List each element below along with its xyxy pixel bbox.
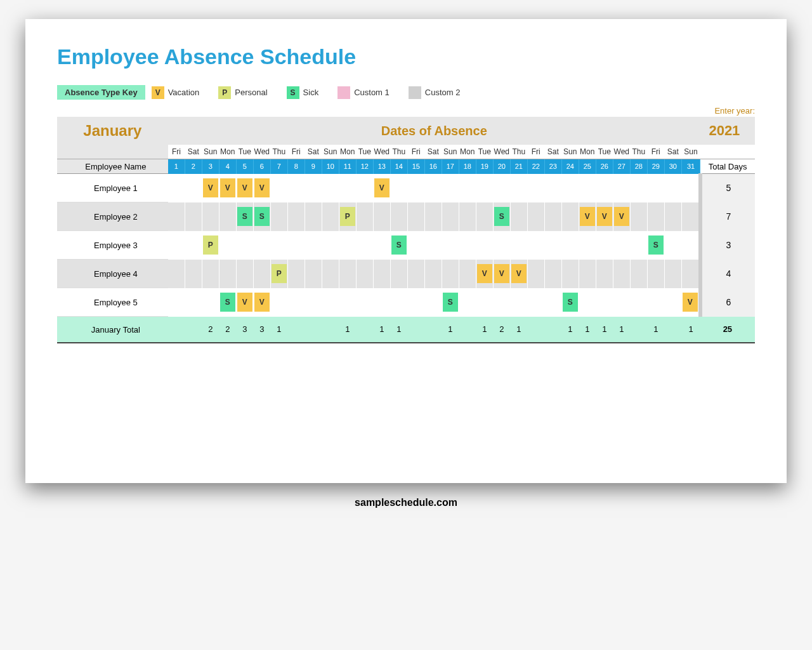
day-cell[interactable]	[579, 288, 596, 317]
day-cell[interactable]	[373, 231, 390, 260]
day-cell[interactable]	[424, 174, 442, 202]
absence-cell[interactable]: P	[339, 202, 356, 231]
day-cell[interactable]	[579, 174, 596, 202]
day-cell[interactable]	[373, 288, 390, 317]
day-cell[interactable]	[493, 174, 510, 202]
day-cell[interactable]	[476, 202, 493, 231]
day-cell[interactable]	[442, 231, 459, 260]
day-cell[interactable]	[287, 202, 304, 231]
day-cell[interactable]	[407, 174, 424, 202]
year-value[interactable]: 2021	[700, 117, 755, 145]
day-cell[interactable]	[356, 288, 373, 317]
day-cell[interactable]	[476, 288, 493, 317]
day-cell[interactable]	[185, 231, 202, 260]
day-cell[interactable]	[561, 174, 579, 202]
day-cell[interactable]	[339, 174, 356, 202]
day-cell[interactable]	[630, 174, 647, 202]
day-cell[interactable]	[527, 174, 544, 202]
day-cell[interactable]	[356, 231, 373, 260]
day-cell[interactable]	[287, 288, 304, 317]
day-cell[interactable]	[510, 202, 527, 231]
day-cell[interactable]	[664, 202, 681, 231]
day-cell[interactable]	[544, 174, 561, 202]
day-cell[interactable]	[304, 202, 322, 231]
day-cell[interactable]	[407, 202, 424, 231]
day-cell[interactable]	[287, 260, 304, 288]
day-cell[interactable]	[219, 202, 236, 231]
absence-cell[interactable]: V	[476, 260, 493, 288]
day-cell[interactable]	[270, 288, 287, 317]
day-cell[interactable]	[647, 260, 664, 288]
day-cell[interactable]	[322, 231, 339, 260]
day-cell[interactable]	[304, 288, 322, 317]
day-cell[interactable]	[681, 174, 700, 202]
absence-cell[interactable]: S	[390, 231, 407, 260]
day-cell[interactable]	[390, 174, 407, 202]
absence-cell[interactable]: S	[647, 231, 664, 260]
day-cell[interactable]	[459, 202, 476, 231]
day-cell[interactable]	[596, 288, 613, 317]
day-cell[interactable]	[596, 174, 613, 202]
day-cell[interactable]	[424, 288, 442, 317]
day-cell[interactable]	[681, 202, 700, 231]
day-cell[interactable]	[681, 231, 700, 260]
day-cell[interactable]	[442, 202, 459, 231]
day-cell[interactable]	[390, 202, 407, 231]
day-cell[interactable]	[253, 260, 270, 288]
day-cell[interactable]	[544, 260, 561, 288]
day-cell[interactable]	[442, 174, 459, 202]
day-cell[interactable]	[424, 231, 442, 260]
day-cell[interactable]	[596, 260, 613, 288]
day-cell[interactable]	[356, 260, 373, 288]
absence-cell[interactable]: P	[202, 231, 219, 260]
day-cell[interactable]	[202, 202, 219, 231]
day-cell[interactable]	[185, 260, 202, 288]
day-cell[interactable]	[424, 260, 442, 288]
absence-cell[interactable]: V	[253, 288, 270, 317]
day-cell[interactable]	[613, 231, 630, 260]
absence-cell[interactable]: S	[442, 288, 459, 317]
day-cell[interactable]	[322, 260, 339, 288]
day-cell[interactable]	[219, 260, 236, 288]
day-cell[interactable]	[647, 288, 664, 317]
day-cell[interactable]	[304, 260, 322, 288]
day-cell[interactable]	[202, 260, 219, 288]
day-cell[interactable]	[647, 202, 664, 231]
absence-cell[interactable]: V	[373, 174, 390, 202]
day-cell[interactable]	[390, 288, 407, 317]
absence-cell[interactable]: V	[681, 288, 700, 317]
day-cell[interactable]	[322, 202, 339, 231]
day-cell[interactable]	[664, 231, 681, 260]
day-cell[interactable]	[304, 174, 322, 202]
day-cell[interactable]	[647, 174, 664, 202]
day-cell[interactable]	[459, 288, 476, 317]
day-cell[interactable]	[493, 288, 510, 317]
day-cell[interactable]	[561, 231, 579, 260]
absence-cell[interactable]: V	[202, 174, 219, 202]
absence-cell[interactable]: S	[493, 202, 510, 231]
absence-cell[interactable]: P	[270, 260, 287, 288]
day-cell[interactable]	[459, 260, 476, 288]
day-cell[interactable]	[219, 231, 236, 260]
day-cell[interactable]	[390, 260, 407, 288]
day-cell[interactable]	[270, 202, 287, 231]
absence-cell[interactable]: V	[596, 202, 613, 231]
day-cell[interactable]	[561, 260, 579, 288]
absence-cell[interactable]: V	[219, 174, 236, 202]
day-cell[interactable]	[168, 174, 185, 202]
day-cell[interactable]	[339, 288, 356, 317]
day-cell[interactable]	[168, 260, 185, 288]
day-cell[interactable]	[544, 202, 561, 231]
day-cell[interactable]	[630, 260, 647, 288]
day-cell[interactable]	[253, 231, 270, 260]
absence-cell[interactable]: S	[253, 202, 270, 231]
day-cell[interactable]	[168, 202, 185, 231]
day-cell[interactable]	[544, 288, 561, 317]
day-cell[interactable]	[185, 202, 202, 231]
day-cell[interactable]	[407, 260, 424, 288]
day-cell[interactable]	[664, 174, 681, 202]
absence-cell[interactable]: S	[236, 202, 253, 231]
day-cell[interactable]	[493, 231, 510, 260]
day-cell[interactable]	[544, 231, 561, 260]
day-cell[interactable]	[561, 202, 579, 231]
